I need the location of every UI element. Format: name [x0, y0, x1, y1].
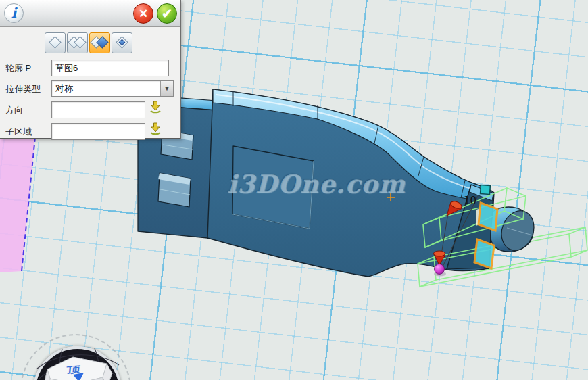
- subregion-input[interactable]: [51, 123, 145, 140]
- direction-input[interactable]: [51, 101, 145, 118]
- pick-direction-icon[interactable]: [149, 101, 162, 115]
- extrude-dialog: i ✕ ✔ 轮廓 P 拉伸类型 对称 ▼ 方向: [0, 0, 181, 139]
- application-window: 10 i3DOne.com 顶 前 右 i ✕ ✔: [0, 0, 588, 380]
- info-icon[interactable]: i: [4, 3, 24, 23]
- usb-model[interactable]: [138, 89, 494, 277]
- drag-handle-cyan[interactable]: [481, 185, 491, 195]
- cancel-button[interactable]: ✕: [133, 3, 153, 24]
- extrude-type-dropdown[interactable]: 对称 ▼: [51, 80, 174, 97]
- sketch-plane-region[interactable]: [0, 137, 35, 272]
- confirm-button[interactable]: ✔: [157, 3, 177, 24]
- diamond-icon: [49, 36, 61, 48]
- profile-label: 轮廓 P: [5, 62, 31, 74]
- mode-button-one-side[interactable]: [45, 32, 66, 53]
- extrude-type-label: 拉伸类型: [5, 83, 41, 95]
- subregion-label: 子区域: [5, 126, 32, 138]
- mode-button-to-face[interactable]: [89, 32, 110, 53]
- direction-label: 方向: [5, 104, 23, 116]
- mode-button-symmetric[interactable]: [112, 32, 132, 53]
- mode-button-two-side[interactable]: [67, 32, 88, 53]
- selected-profile-lower[interactable]: [474, 239, 494, 268]
- dropdown-arrow-icon[interactable]: ▼: [160, 81, 173, 96]
- pick-subregion-icon[interactable]: [149, 122, 162, 137]
- profile-input[interactable]: [51, 60, 169, 76]
- extrude-distance-value[interactable]: 10: [464, 195, 476, 207]
- plug-hole-lower[interactable]: [158, 173, 191, 207]
- extrude-type-value: 对称: [55, 83, 73, 93]
- body-recess[interactable]: [232, 146, 314, 229]
